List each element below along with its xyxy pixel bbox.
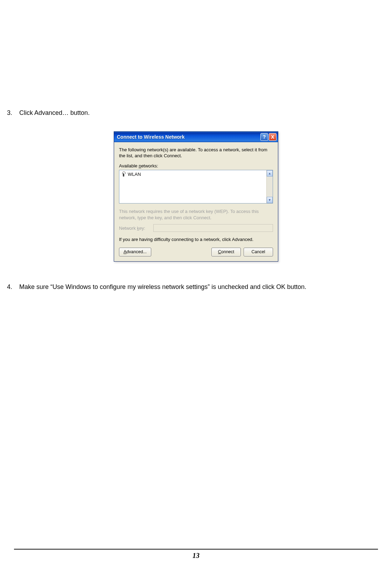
wifi-icon (121, 172, 126, 177)
step-4: 4. Make sure “Use Windows to configure m… (7, 283, 385, 291)
network-key-input (153, 224, 273, 232)
connect-button[interactable]: Connect (211, 248, 241, 256)
advanced-button[interactable]: Advanced... (119, 248, 151, 256)
scroll-track[interactable] (267, 177, 273, 197)
list-item[interactable]: WLAN (121, 172, 264, 177)
dialog-screenshot: Connect to Wireless Network ? X The foll… (7, 131, 385, 262)
step-3-number: 3. (7, 109, 18, 117)
dialog-intro-text: The following network(s) are available. … (119, 147, 273, 159)
step-3-text: Click Advanced… button. (19, 109, 90, 116)
cancel-button[interactable]: Cancel (244, 248, 273, 256)
footer-divider (14, 549, 378, 550)
wep-note-text: This network requires the use of a netwo… (119, 208, 273, 221)
help-icon: ? (263, 134, 266, 140)
step-4-number: 4. (7, 283, 18, 291)
connect-wireless-dialog: Connect to Wireless Network ? X The foll… (114, 131, 278, 262)
available-networks-listbox[interactable]: WLAN ▲ ▼ (119, 170, 273, 203)
step-3: 3. Click Advanced… button. (7, 109, 385, 117)
network-key-label: Network key: (119, 226, 150, 231)
listbox-scrollbar[interactable]: ▲ ▼ (266, 170, 273, 203)
help-button[interactable]: ? (260, 133, 268, 141)
dialog-title: Connect to Wireless Network (117, 134, 260, 140)
scroll-down-button[interactable]: ▼ (267, 197, 273, 203)
page-footer: 13 (0, 549, 392, 560)
available-networks-label: Available networks: (119, 163, 273, 168)
difficulty-text: If you are having difficulty connecting … (119, 237, 273, 243)
chevron-down-icon: ▼ (268, 198, 271, 202)
scroll-up-button[interactable]: ▲ (267, 170, 273, 177)
page-number: 13 (0, 552, 392, 560)
close-icon: X (271, 134, 274, 140)
step-4-text: Make sure “Use Windows to configure my w… (19, 283, 306, 290)
dialog-titlebar[interactable]: Connect to Wireless Network ? X (114, 132, 278, 142)
chevron-up-icon: ▲ (268, 172, 271, 175)
network-name: WLAN (128, 172, 141, 177)
close-button[interactable]: X (269, 133, 276, 141)
